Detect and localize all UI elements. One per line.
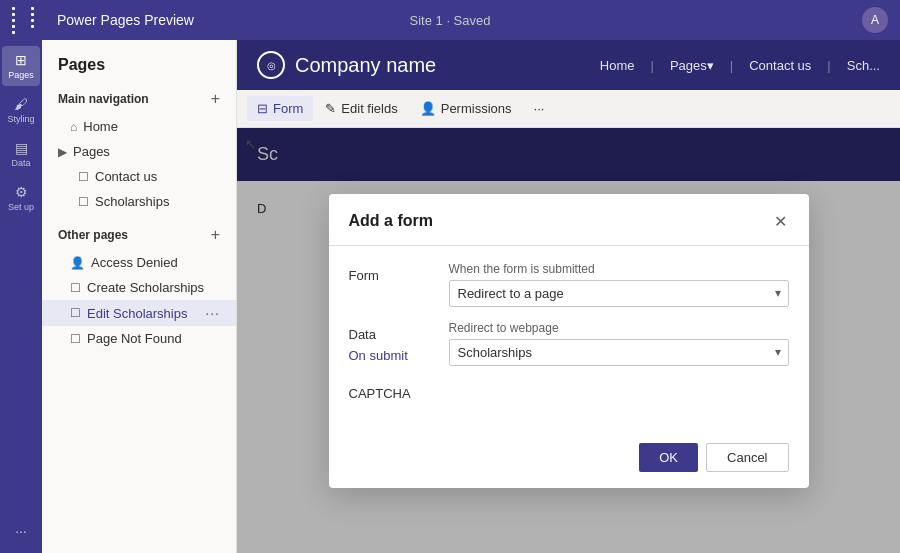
nav-item-label: Scholarships [95, 194, 169, 209]
icon-strip: ⊞ Pages 🖌 Styling ▤ Data ⚙ Set up ··· [0, 40, 42, 553]
site-nav-links: Home | Pages▾ | Contact us | Sch... [600, 58, 880, 73]
edit-fields-label: Edit fields [341, 101, 397, 116]
nav-item-label: Access Denied [91, 255, 178, 270]
add-other-page-button[interactable]: + [211, 226, 220, 244]
site-nav-scholarships[interactable]: Sch... [847, 58, 880, 73]
webpage-select[interactable]: Scholarships Home Contact us Create Scho… [449, 339, 789, 366]
more-toolbar-button[interactable]: ··· [524, 96, 555, 121]
page-icon: ☐ [78, 170, 89, 184]
company-name: Company name [295, 54, 436, 77]
nav-item-label: Create Scholarships [87, 280, 204, 295]
sidebar-item-styling[interactable]: 🖌 Styling [2, 90, 40, 130]
add-main-nav-button[interactable]: + [211, 90, 220, 108]
apps-grid-icon[interactable] [12, 7, 47, 34]
styling-label: Styling [7, 114, 34, 124]
permissions-button[interactable]: 👤 Permissions [410, 96, 522, 121]
data-icon: ▤ [15, 140, 28, 156]
save-status: Site 1 · Saved [410, 13, 491, 28]
modal-body: Form When the form is submitted Redirect… [329, 246, 809, 431]
pages-panel-title: Pages [42, 50, 236, 84]
nav-item-label: Contact us [95, 169, 157, 184]
sidebar-item-more[interactable]: ··· [2, 517, 40, 545]
main-nav-label: Main navigation [58, 92, 149, 106]
nav-item-create-scholarships[interactable]: ☐ Create Scholarships [42, 275, 236, 300]
captcha-label: CAPTCHA [349, 380, 429, 401]
form-row-right: When the form is submitted Redirect to a… [449, 262, 789, 307]
nav-item-contact[interactable]: ☐ Contact us [42, 164, 236, 189]
modal-row-data: Data On submit Redirect to webpage Schol… [349, 321, 789, 366]
more-icon: ··· [15, 523, 27, 539]
more-options-button[interactable]: ··· [205, 305, 220, 321]
nav-item-label: Home [83, 119, 118, 134]
pages-icon: ⊞ [15, 52, 27, 68]
other-pages-group: Other pages + 👤 Access Denied ☐ Create S… [42, 220, 236, 351]
sidebar-item-data[interactable]: ▤ Data [2, 134, 40, 174]
user-avatar[interactable]: A [862, 7, 888, 33]
add-form-modal: Add a form ✕ Form When the form is submi… [329, 194, 809, 488]
on-submit-link[interactable]: On submit [349, 342, 429, 363]
nav-item-home[interactable]: ⌂ Home [42, 114, 236, 139]
redirect-select-wrapper: Redirect to a page Stay on page Show suc… [449, 280, 789, 307]
nav-item-label: Page Not Found [87, 331, 182, 346]
other-pages-header: Other pages + [42, 220, 236, 250]
when-submitted-label: When the form is submitted [449, 262, 789, 276]
home-icon: ⌂ [70, 120, 77, 134]
modal-overlay: Add a form ✕ Form When the form is submi… [237, 128, 900, 553]
nav-item-pages[interactable]: ▶ Pages [42, 139, 236, 164]
permissions-icon: 👤 [420, 101, 436, 116]
pages-panel: Pages Main navigation + ⌂ Home ▶ Pages ☐… [42, 40, 237, 553]
page-icon: ☐ [78, 195, 89, 209]
main-layout: ⊞ Pages 🖌 Styling ▤ Data ⚙ Set up ··· Pa… [0, 40, 900, 553]
logo-circle-icon: ◎ [257, 51, 285, 79]
other-pages-label: Other pages [58, 228, 128, 242]
page-icon: ☐ [70, 306, 81, 320]
styling-icon: 🖌 [14, 96, 28, 112]
data-label: Data [11, 158, 30, 168]
permissions-label: Permissions [441, 101, 512, 116]
site-nav-home[interactable]: Home [600, 58, 635, 73]
data-row-right: Redirect to webpage Scholarships Home Co… [449, 321, 789, 366]
site-logo: ◎ Company name [257, 51, 580, 79]
form-row-label: Form [349, 262, 429, 283]
modal-close-button[interactable]: ✕ [772, 210, 789, 233]
main-nav-group: Main navigation + ⌂ Home ▶ Pages ☐ Conta… [42, 84, 236, 214]
toolbar: ⊟ Form ✎ Edit fields 👤 Permissions ··· [237, 90, 900, 128]
form-tab-label: Form [273, 101, 303, 116]
webpage-select-wrapper: Scholarships Home Contact us Create Scho… [449, 339, 789, 366]
site-nav-contact[interactable]: Contact us [749, 58, 811, 73]
pages-label: Pages [8, 70, 34, 80]
data-row-label: Data [349, 321, 429, 342]
edit-fields-button[interactable]: ✎ Edit fields [315, 96, 407, 121]
redirect-type-select[interactable]: Redirect to a page Stay on page Show suc… [449, 280, 789, 307]
setup-icon: ⚙ [15, 184, 28, 200]
ok-button[interactable]: OK [639, 443, 698, 472]
nav-item-label: Pages [73, 144, 110, 159]
nav-item-scholarships[interactable]: ☐ Scholarships [42, 189, 236, 214]
main-nav-header: Main navigation + [42, 84, 236, 114]
nav-item-label: Edit Scholarships [87, 306, 187, 321]
redirect-webpage-label: Redirect to webpage [449, 321, 789, 335]
expand-icon: ▶ [58, 145, 67, 159]
sidebar-item-pages[interactable]: ⊞ Pages [2, 46, 40, 86]
modal-footer: OK Cancel [329, 431, 809, 488]
site-nav-pages[interactable]: Pages▾ [670, 58, 714, 73]
nav-item-page-not-found[interactable]: ☐ Page Not Found [42, 326, 236, 351]
page-content: ↖ Sc D Add a form ✕ Form When the f [237, 128, 900, 553]
edit-fields-icon: ✎ [325, 101, 336, 116]
modal-row-form: Form When the form is submitted Redirect… [349, 262, 789, 307]
top-bar: Power Pages Preview Site 1 · Saved A [0, 0, 900, 40]
page-icon: ☐ [70, 332, 81, 346]
modal-title: Add a form [349, 212, 433, 230]
cancel-button[interactable]: Cancel [706, 443, 788, 472]
form-tab-button[interactable]: ⊟ Form [247, 96, 313, 121]
modal-row-captcha: CAPTCHA [349, 380, 789, 401]
page-icon: ☐ [70, 281, 81, 295]
sidebar-item-setup[interactable]: ⚙ Set up [2, 178, 40, 218]
form-icon: ⊟ [257, 101, 268, 116]
nav-item-access-denied[interactable]: 👤 Access Denied [42, 250, 236, 275]
nav-item-edit-scholarships[interactable]: ☐ Edit Scholarships ··· [42, 300, 236, 326]
user-icon: 👤 [70, 256, 85, 270]
modal-header: Add a form ✕ [329, 194, 809, 246]
site-nav-bar: ◎ Company name Home | Pages▾ | Contact u… [237, 40, 900, 90]
setup-label: Set up [8, 202, 34, 212]
